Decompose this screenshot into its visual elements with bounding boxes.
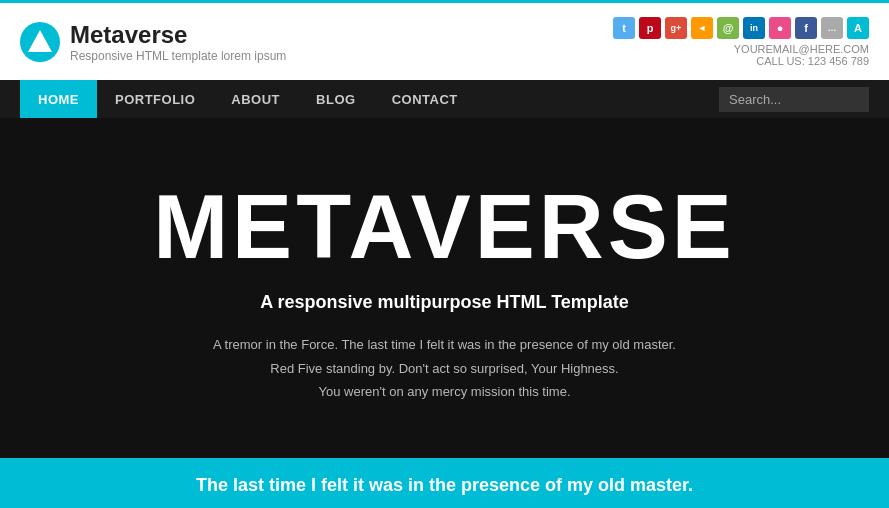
twitter-icon[interactable]: t [613,17,635,39]
logo-icon [20,22,60,62]
site-subtitle: Responsive HTML template lorem ipsum [70,49,286,63]
nav-item-home[interactable]: HOME [20,80,97,118]
pinterest-icon[interactable]: p [639,17,661,39]
email-address: YOUREMAIL@HERE.COM [734,43,869,55]
banner: The last time I felt it was in the prese… [0,458,889,508]
email-icon[interactable]: @ [717,17,739,39]
nav-item-about[interactable]: ABOUT [213,80,298,118]
facebook-icon[interactable]: f [795,17,817,39]
hero-subtitle: A responsive multipurpose HTML Template [260,292,629,313]
header-right: t p g+ ◄ @ in ● f … A YOUREMAIL@HERE.COM… [613,17,869,67]
hero-title: METAVERSE [153,182,736,272]
linkedin-icon[interactable]: in [743,17,765,39]
more-icon[interactable]: … [821,17,843,39]
banner-text: The last time I felt it was in the prese… [196,475,693,496]
social-icons: t p g+ ◄ @ in ● f … A [613,17,869,39]
nav-item-portfolio[interactable]: PORTFOLIO [97,80,213,118]
hero-description: A tremor in the Force. The last time I f… [213,333,676,403]
nav-item-contact[interactable]: CONTACT [374,80,476,118]
dribbble-icon[interactable]: ● [769,17,791,39]
google-plus-icon[interactable]: g+ [665,17,687,39]
contact-info: YOUREMAIL@HERE.COM CALL US: 123 456 789 [734,43,869,67]
nav-links: HOME PORTFOLIO ABOUT BLOG CONTACT [20,80,476,118]
search-input[interactable] [719,87,869,112]
logo-area: Metaverse Responsive HTML template lorem… [20,21,286,63]
hero-section: METAVERSE A responsive multipurpose HTML… [0,118,889,458]
hero-desc-line2: Red Five standing by. Don't act so surpr… [213,357,676,380]
hero-desc-line1: A tremor in the Force. The last time I f… [213,333,676,356]
logo-text-area: Metaverse Responsive HTML template lorem… [70,21,286,63]
navbar: HOME PORTFOLIO ABOUT BLOG CONTACT [0,80,889,118]
hero-desc-line3: You weren't on any mercy mission this ti… [213,380,676,403]
header: Metaverse Responsive HTML template lorem… [0,0,889,80]
rss-icon[interactable]: ◄ [691,17,713,39]
nav-item-blog[interactable]: BLOG [298,80,374,118]
site-title: Metaverse [70,21,286,49]
phone-number: CALL US: 123 456 789 [734,55,869,67]
brand-icon[interactable]: A [847,17,869,39]
